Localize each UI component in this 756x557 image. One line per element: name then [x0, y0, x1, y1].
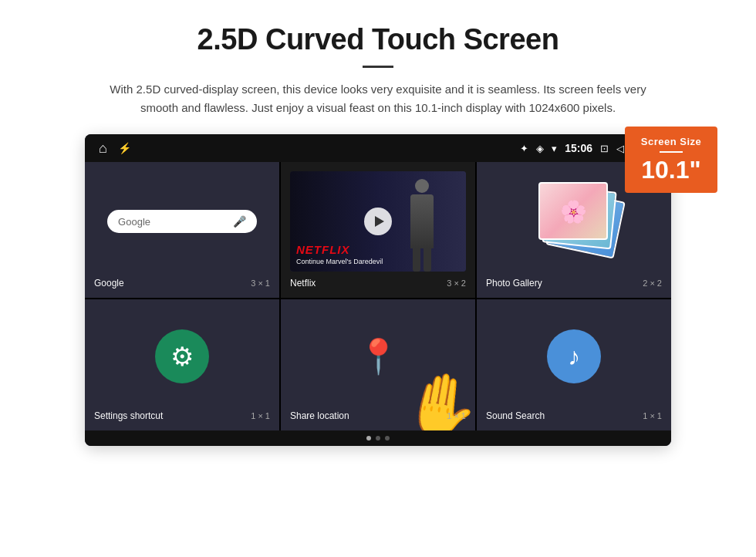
- gallery-footer: Photo Gallery 2 × 2: [486, 278, 662, 289]
- gallery-size: 2 × 2: [643, 278, 662, 288]
- share-icon-container: 📍: [351, 329, 405, 383]
- settings-content: ⚙: [94, 309, 270, 404]
- netflix-content: NETFLIX Continue Marvel's Daredevil: [290, 171, 466, 272]
- wifi-icon: ▾: [552, 143, 557, 154]
- camera-icon: ⊡: [600, 143, 609, 154]
- share-size: 1 × 1: [447, 411, 466, 420]
- google-content: Google 🎤: [94, 171, 270, 272]
- gallery-widget: 🌸: [528, 179, 620, 264]
- sound-icon-circle: ♪: [547, 329, 601, 383]
- google-footer: Google 3 × 1: [94, 278, 270, 289]
- home-icon[interactable]: ⌂: [99, 140, 107, 157]
- google-search-bar[interactable]: Google 🎤: [107, 210, 257, 233]
- share-footer: Share location 1 × 1: [290, 410, 466, 421]
- gallery-label: Photo Gallery: [486, 278, 542, 289]
- location-icon: ◈: [536, 143, 544, 154]
- badge-title: Screen Size: [633, 136, 710, 147]
- netflix-play-button[interactable]: [364, 208, 392, 235]
- gallery-card-3: 🌸: [538, 182, 608, 240]
- app-share-location[interactable]: 📍 🤚 Share location 1 × 1: [281, 299, 475, 430]
- google-logo: Google: [118, 216, 150, 228]
- screen-container: Screen Size 10.1" ⌂ ⚡ ✦ ◈ ▾ 15:06 ⊡ ◁ ✕: [85, 134, 671, 446]
- app-grid: Google 🎤 Google 3 × 1: [85, 162, 671, 430]
- screen-size-badge: Screen Size 10.1": [625, 127, 717, 193]
- app-google[interactable]: Google 🎤 Google 3 × 1: [85, 162, 279, 298]
- app-sound-search[interactable]: ♪ Sound Search 1 × 1: [477, 299, 671, 430]
- music-note-icon: ♪: [568, 343, 580, 371]
- netflix-widget: NETFLIX Continue Marvel's Daredevil: [290, 171, 466, 272]
- app-netflix[interactable]: NETFLIX Continue Marvel's Daredevil Netf…: [281, 162, 475, 298]
- bluetooth-icon: ✦: [520, 143, 528, 154]
- settings-label: Settings shortcut: [94, 410, 163, 421]
- sound-size: 1 × 1: [643, 411, 662, 420]
- nav-dot-2: [376, 436, 380, 441]
- sound-footer: Sound Search 1 × 1: [486, 410, 662, 421]
- sound-content: ♪: [486, 309, 662, 404]
- google-size: 3 × 1: [251, 278, 270, 288]
- nav-dot-1: [366, 436, 371, 441]
- status-time: 15:06: [565, 142, 592, 154]
- google-label: Google: [94, 278, 124, 289]
- netflix-label: Netflix: [290, 278, 316, 289]
- netflix-subtitle: Continue Marvel's Daredevil: [296, 258, 383, 265]
- maps-icon: 📍: [357, 336, 400, 376]
- status-bar-left: ⌂ ⚡: [99, 140, 131, 157]
- netflix-overlay: NETFLIX Continue Marvel's Daredevil: [296, 243, 383, 265]
- usb-icon: ⚡: [118, 142, 131, 154]
- settings-gear-icon: ⚙: [170, 341, 194, 372]
- netflix-logo: NETFLIX: [296, 243, 383, 256]
- app-settings[interactable]: ⚙ Settings shortcut 1 × 1: [85, 299, 279, 430]
- volume-icon: ◁: [616, 143, 624, 154]
- status-bar: ⌂ ⚡ ✦ ◈ ▾ 15:06 ⊡ ◁ ✕ ▭: [85, 134, 671, 162]
- title-divider: [363, 66, 393, 68]
- share-label: Share location: [290, 410, 349, 421]
- settings-size: 1 × 1: [251, 411, 270, 420]
- netflix-footer: Netflix 3 × 2: [290, 278, 466, 289]
- sound-label: Sound Search: [486, 410, 545, 421]
- badge-divider: [660, 151, 683, 153]
- google-mic-icon[interactable]: 🎤: [233, 215, 246, 228]
- settings-footer: Settings shortcut 1 × 1: [94, 410, 270, 421]
- nav-dot-3: [385, 436, 390, 441]
- nav-dots: [85, 430, 671, 446]
- page-description: With 2.5D curved-display screen, this de…: [100, 80, 656, 117]
- badge-size: 10.1": [633, 157, 710, 184]
- page-wrapper: 2.5D Curved Touch Screen With 2.5D curve…: [0, 0, 756, 461]
- settings-icon-circle: ⚙: [155, 329, 209, 383]
- netflix-size: 3 × 2: [447, 278, 466, 288]
- page-title: 2.5D Curved Touch Screen: [197, 23, 559, 56]
- android-screen: ⌂ ⚡ ✦ ◈ ▾ 15:06 ⊡ ◁ ✕ ▭: [85, 134, 671, 446]
